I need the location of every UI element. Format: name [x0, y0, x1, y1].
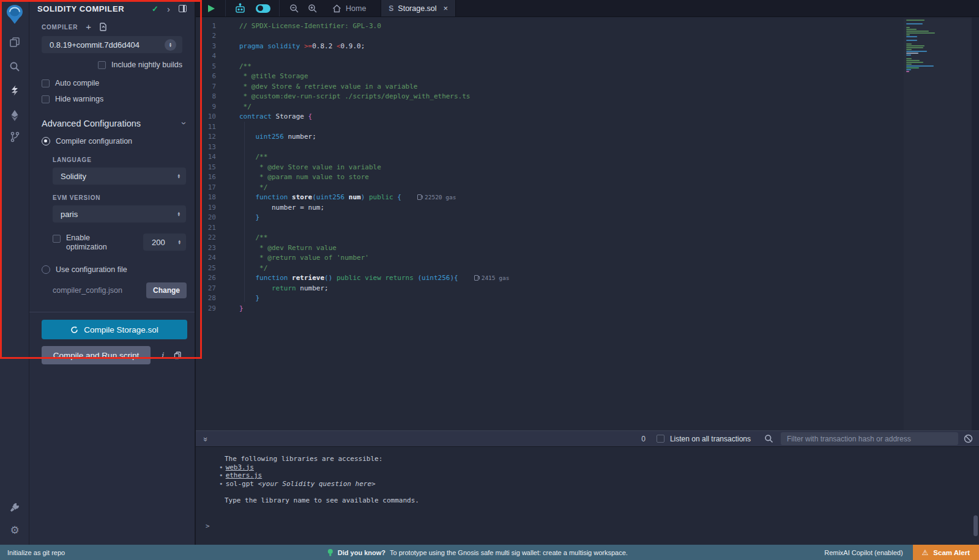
- chevron-down-icon: ›: [179, 122, 190, 125]
- line-number: 14: [196, 153, 223, 161]
- editor-scrollbar[interactable]: [972, 17, 979, 430]
- git-icon[interactable]: [0, 127, 29, 147]
- code-line: 1// SPDX-License-Identifier: GPL-3.0: [196, 21, 899, 31]
- code-line: 14 /**: [196, 152, 899, 163]
- line-number: 10: [196, 112, 223, 120]
- listen-transactions-checkbox[interactable]: [657, 435, 664, 443]
- code-line: 2: [196, 31, 899, 42]
- line-number: 22: [196, 234, 223, 241]
- code-line: 9 */: [196, 101, 899, 112]
- use-configuration-file-radio[interactable]: [42, 265, 50, 274]
- close-tab-icon[interactable]: ×: [444, 4, 449, 13]
- compiler-version-select[interactable]: 0.8.19+commit.7dd6d404 ▴▾: [42, 36, 182, 53]
- copilot-status[interactable]: RemixAI Copilot (enabled): [824, 549, 903, 556]
- terminal-search-icon[interactable]: [764, 434, 773, 443]
- chevron-right-icon[interactable]: ›: [167, 4, 170, 13]
- line-number: 25: [196, 264, 223, 272]
- info-icon[interactable]: i: [161, 351, 163, 360]
- code-line: 23 * @dev Return value: [196, 243, 899, 253]
- terminal-prompt[interactable]: >: [196, 522, 979, 531]
- code-line: 17 */: [196, 182, 899, 193]
- line-number: 3: [196, 42, 223, 50]
- hide-warnings-checkbox[interactable]: [42, 95, 50, 103]
- code-line: 24 * @return value of 'number': [196, 253, 899, 263]
- tab-storage-sol[interactable]: S Storage.sol ×: [381, 0, 456, 17]
- line-number: 13: [196, 143, 223, 151]
- compiler-configuration-radio[interactable]: [42, 137, 50, 146]
- line-number: 12: [196, 133, 223, 141]
- terminal[interactable]: The following libraries are accessible: …: [196, 447, 979, 545]
- enable-optimization-checkbox[interactable]: [53, 235, 61, 243]
- line-number: 24: [196, 254, 223, 262]
- plugin-manager-icon[interactable]: [0, 496, 29, 517]
- line-number: 27: [196, 284, 223, 292]
- line-number: 2: [196, 32, 223, 40]
- copy-icon[interactable]: [174, 352, 181, 359]
- check-icon: ✓: [152, 4, 158, 13]
- code-line: 26 function retrieve() public view retur…: [196, 273, 899, 284]
- code-line: 16 * @param num value to store: [196, 172, 899, 183]
- transaction-filter-input[interactable]: [781, 432, 958, 445]
- compile-button[interactable]: Compile Storage.sol: [42, 320, 187, 339]
- terminal-scrollbar[interactable]: [973, 515, 978, 536]
- main-area: Home S Storage.sol × 1// SPDX-License-Id…: [196, 0, 979, 545]
- code-line: 18 function store(uint256 num) public {2…: [196, 193, 899, 203]
- code-line: 21: [196, 223, 899, 233]
- line-number: 23: [196, 244, 223, 252]
- tab-home[interactable]: Home: [324, 0, 381, 17]
- change-config-button[interactable]: Change: [146, 282, 187, 298]
- code-line: 5/**: [196, 61, 899, 72]
- line-number: 28: [196, 294, 223, 302]
- config-file-name: compiler_config.json: [53, 286, 122, 295]
- settings-icon[interactable]: ⚙: [0, 520, 29, 540]
- panel-layout-icon[interactable]: [179, 5, 187, 12]
- zoom-in-icon[interactable]: [303, 0, 324, 17]
- open-file-icon[interactable]: [99, 23, 107, 31]
- icon-rail: ⚙: [0, 0, 29, 545]
- add-icon[interactable]: +: [86, 22, 91, 31]
- gas-pump-icon: [417, 194, 422, 200]
- terminal-line: Type the library name to see available c…: [196, 496, 979, 505]
- optimization-runs-input[interactable]: 200 ▴▾: [143, 234, 186, 251]
- deploy-run-icon[interactable]: [0, 105, 29, 126]
- terminal-line: •web3.js: [196, 463, 979, 472]
- init-git-repo-button[interactable]: Initialize as git repo: [7, 549, 65, 556]
- code-line: 7 * @dev Store & retrieve value in a var…: [196, 81, 899, 92]
- search-icon[interactable]: [0, 56, 29, 77]
- remixai-robot-icon[interactable]: [226, 0, 251, 17]
- line-number: 26: [196, 274, 223, 282]
- compile-and-run-button[interactable]: Compile and Run script: [42, 346, 151, 364]
- language-value: Solidity: [61, 172, 86, 181]
- run-script-icon[interactable]: [196, 0, 225, 17]
- advanced-configurations-toggle[interactable]: Advanced Configurations ›: [42, 118, 186, 128]
- include-nightly-checkbox[interactable]: [98, 61, 106, 69]
- block-icon[interactable]: [964, 434, 973, 443]
- code-line: 8 * @custom:dev-run-script ./scripts/dep…: [196, 92, 899, 102]
- copilot-toggle[interactable]: [251, 0, 279, 17]
- evm-version-value: paris: [61, 210, 78, 219]
- solidity-file-icon: S: [389, 4, 393, 13]
- auto-compile-checkbox[interactable]: [42, 79, 50, 87]
- ethers-link[interactable]: ethers.js: [226, 471, 262, 479]
- line-number: 5: [196, 62, 223, 70]
- language-label: LANGUAGE: [53, 157, 195, 163]
- home-icon: [332, 4, 341, 13]
- scam-alert-badge[interactable]: ⚠ Scam Alert: [913, 545, 979, 560]
- terminal-line: •ethers.js: [196, 471, 979, 480]
- solidity-compiler-icon[interactable]: [0, 80, 29, 101]
- code-line: 29}: [196, 303, 899, 314]
- zoom-out-icon[interactable]: [280, 0, 303, 17]
- file-explorer-icon[interactable]: [0, 32, 29, 53]
- warning-icon: ⚠: [922, 548, 929, 557]
- code-editor[interactable]: 1// SPDX-License-Identifier: GPL-3.023pr…: [196, 17, 979, 430]
- evm-version-label: EVM VERSION: [53, 194, 195, 201]
- code-line: 19 number = num;: [196, 202, 899, 213]
- evm-version-select[interactable]: paris ▴▾: [53, 205, 186, 223]
- web3-link[interactable]: web3.js: [226, 463, 254, 471]
- code-line: 13: [196, 142, 899, 152]
- minimap[interactable]: [904, 18, 972, 430]
- remix-logo[interactable]: [0, 2, 29, 27]
- language-select[interactable]: Solidity ▴▾: [53, 168, 186, 185]
- toggle-on-icon: [256, 4, 270, 13]
- double-chevron-down-icon[interactable]: »: [201, 437, 210, 440]
